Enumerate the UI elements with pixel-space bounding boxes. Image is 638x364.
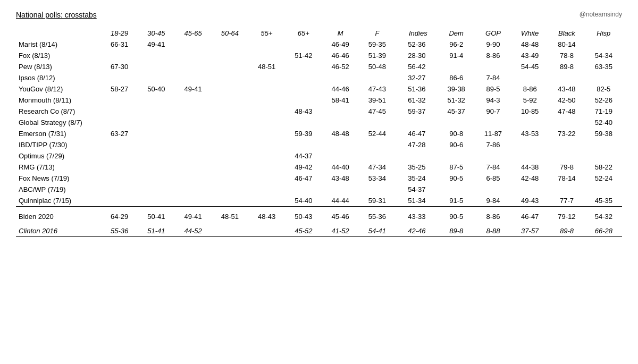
data-cell: 43-48	[322, 173, 359, 184]
col-header-50-64: 50-64	[212, 28, 248, 39]
data-cell	[212, 150, 248, 162]
data-cell	[212, 184, 248, 195]
data-cell: 11-87	[475, 128, 511, 139]
data-cell	[359, 117, 396, 128]
col-header-pollster	[16, 28, 101, 39]
data-cell	[212, 83, 248, 95]
data-cell	[511, 184, 548, 195]
data-cell: 8-86	[475, 50, 511, 61]
data-cell	[248, 162, 285, 173]
data-cell	[212, 128, 248, 139]
data-cell: 50-41	[138, 210, 174, 222]
data-cell: 32-27	[396, 72, 438, 83]
data-cell	[248, 117, 285, 128]
data-cell: 91-5	[438, 195, 475, 207]
pollster-cell: YouGov (8/12)	[16, 83, 101, 95]
pollster-cell: Quinnipiac (7/15)	[16, 195, 101, 207]
data-cell	[248, 95, 285, 106]
data-cell	[511, 72, 548, 83]
data-cell	[285, 95, 322, 106]
data-cell	[396, 150, 438, 162]
pollster-cell: Optimus (7/29)	[16, 150, 101, 162]
data-cell: 61-32	[396, 95, 438, 106]
data-cell: 43-49	[511, 50, 548, 61]
data-cell: 47-34	[359, 162, 396, 173]
col-header-hisp: Hisp	[585, 28, 622, 39]
data-cell: 78-14	[548, 173, 585, 184]
col-header-f: F	[359, 28, 396, 39]
data-cell	[248, 184, 285, 195]
pollster-cell: Fox News (7/19)	[16, 173, 101, 184]
pollster-cell: Emerson (7/31)	[16, 128, 101, 139]
data-cell	[101, 139, 138, 150]
data-cell	[475, 61, 511, 72]
pollster-cell: RMG (7/13)	[16, 162, 101, 173]
data-cell: 90-5	[438, 210, 475, 222]
pollster-cell: Biden 2020	[16, 210, 101, 222]
data-cell	[138, 195, 174, 207]
data-cell: 54-34	[585, 50, 622, 61]
table-row: Marist (8/14)66-3149-4146-4959-3552-3696…	[16, 39, 622, 50]
data-cell	[101, 117, 138, 128]
column-headers: 18-29 30-45 45-65 50-64 55+ 65+ M F Indi…	[16, 28, 622, 39]
pollster-cell: Fox (8/13)	[16, 50, 101, 61]
data-cell: 46-52	[322, 61, 359, 72]
table-row: ABC/WP (7/19)54-37	[16, 184, 622, 195]
data-cell	[248, 106, 285, 117]
data-cell: 66-31	[101, 39, 138, 50]
data-cell	[585, 39, 622, 50]
data-cell: 41-52	[322, 225, 359, 237]
data-cell	[475, 184, 511, 195]
data-cell	[175, 184, 212, 195]
data-cell: 44-37	[285, 150, 322, 162]
data-cell	[511, 117, 548, 128]
data-cell	[175, 162, 212, 173]
data-cell: 43-48	[548, 83, 585, 95]
data-cell: 90-8	[438, 128, 475, 139]
data-cell: 50-48	[359, 61, 396, 72]
data-cell	[585, 150, 622, 162]
data-cell: 49-43	[511, 195, 548, 207]
data-cell	[212, 106, 248, 117]
pollster-cell: IBD/TIPP (7/30)	[16, 139, 101, 150]
table-row: Quinnipiac (7/15)54-4044-4459-3151-3491-…	[16, 195, 622, 207]
data-cell: 8-88	[475, 225, 511, 237]
data-cell: 39-51	[359, 95, 396, 106]
title-bar: National polls: crosstabs @noteamsindy	[16, 11, 622, 19]
data-cell	[248, 39, 285, 50]
data-cell: 79-8	[548, 162, 585, 173]
data-cell: 45-52	[285, 225, 322, 237]
data-cell: 90-7	[475, 106, 511, 117]
data-cell: 5-92	[511, 95, 548, 106]
data-cell: 86-6	[438, 72, 475, 83]
data-cell	[322, 150, 359, 162]
data-cell: 64-29	[101, 210, 138, 222]
data-cell	[175, 173, 212, 184]
data-cell	[285, 61, 322, 72]
data-cell	[438, 117, 475, 128]
data-cell: 8-86	[475, 210, 511, 222]
data-cell	[101, 173, 138, 184]
data-cell	[322, 72, 359, 83]
data-cell: 55-36	[101, 225, 138, 237]
data-cell	[212, 39, 248, 50]
data-cell	[511, 150, 548, 162]
data-cell	[212, 72, 248, 83]
data-cell	[475, 117, 511, 128]
data-cell: 49-41	[175, 210, 212, 222]
data-cell: 7-84	[475, 72, 511, 83]
data-cell: 58-27	[101, 83, 138, 95]
data-cell	[138, 139, 174, 150]
table-row: Pew (8/13)67-3048-5146-5250-4856-4254-45…	[16, 61, 622, 72]
data-cell	[175, 50, 212, 61]
crosstabs-table: 18-29 30-45 45-65 50-64 55+ 65+ M F Indi…	[16, 28, 622, 239]
data-cell: 82-5	[585, 83, 622, 95]
data-cell	[396, 117, 438, 128]
pollster-cell: Monmouth (8/11)	[16, 95, 101, 106]
data-cell	[175, 195, 212, 207]
data-cell: 48-48	[511, 39, 548, 50]
data-cell	[138, 184, 174, 195]
col-header-dem: Dem	[438, 28, 475, 39]
data-cell	[322, 117, 359, 128]
data-cell: 51-34	[396, 195, 438, 207]
